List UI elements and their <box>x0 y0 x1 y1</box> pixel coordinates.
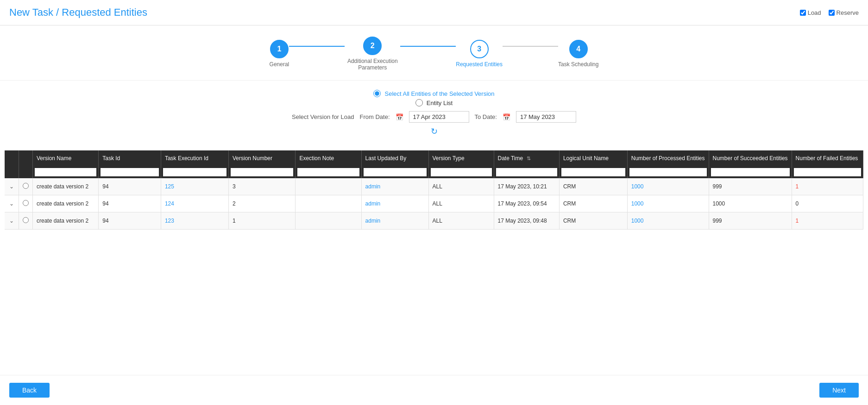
breadcrumb-new-task[interactable]: New Task <box>9 6 53 18</box>
select-all-radio[interactable] <box>373 90 381 97</box>
filter-expand <box>5 166 19 178</box>
refresh-icon[interactable]: ↻ <box>431 126 438 137</box>
row-date-time-0: 17 May 2023, 10:21 <box>494 178 559 195</box>
reserve-label: Reserve <box>837 9 859 16</box>
col-task-id: Task Id <box>99 150 161 166</box>
select-all-label[interactable]: Select All Entities of the Selected Vers… <box>384 90 494 97</box>
date-row: Select Version for Load From Date: 📅 To … <box>292 111 576 123</box>
entity-list-radio[interactable] <box>415 99 423 106</box>
filter-logical-unit-name-input[interactable] <box>561 168 625 176</box>
row-num-failed-1: 0 <box>792 195 863 212</box>
load-checkbox[interactable] <box>800 10 806 16</box>
row-last-updated-by-1[interactable]: admin <box>361 195 428 212</box>
select-version-label: Select Version for Load <box>292 113 354 120</box>
row-version-name-0: create data version 2 <box>33 178 99 195</box>
row-expand-2[interactable]: ⌄ <box>5 212 19 230</box>
load-checkbox-label[interactable]: Load <box>800 9 821 16</box>
row-task-id-1: 94 <box>99 195 161 212</box>
step-line-1 <box>289 46 345 47</box>
back-button[interactable]: Back <box>9 383 50 398</box>
filter-task-execution-id-input[interactable] <box>163 168 226 176</box>
row-date-time-2: 17 May 2023, 09:48 <box>494 212 559 230</box>
row-exection-note-0 <box>296 178 361 195</box>
row-radio-input-1[interactable] <box>23 200 29 206</box>
row-radio-2[interactable] <box>19 212 33 230</box>
table-row: ⌄ create data version 2 94 124 2 admin A… <box>5 195 863 212</box>
filter-exection-note-input[interactable] <box>297 168 359 176</box>
row-version-name-2: create data version 2 <box>33 212 99 230</box>
filter-date-time-input[interactable] <box>496 168 557 176</box>
breadcrumb-current: Requested Entities <box>62 6 147 18</box>
table-container: Version Name Task Id Task Execution Id V… <box>0 141 868 375</box>
row-task-execution-id-0[interactable]: 125 <box>161 178 228 195</box>
row-radio-input-2[interactable] <box>23 217 29 223</box>
row-logical-unit-name-1: CRM <box>559 195 627 212</box>
row-task-execution-id-1[interactable]: 124 <box>161 195 228 212</box>
row-last-updated-by-2[interactable]: admin <box>361 212 428 230</box>
from-date-input[interactable] <box>409 111 469 123</box>
col-date-time[interactable]: Date Time ⇅ <box>494 150 559 166</box>
from-date-label: From Date: <box>359 113 390 120</box>
entity-list-label[interactable]: Entity List <box>427 100 453 106</box>
step-4-circle: 4 <box>569 40 588 58</box>
options-area: Select All Entities of the Selected Vers… <box>0 81 868 141</box>
reserve-checkbox-label[interactable]: Reserve <box>829 9 859 16</box>
row-num-failed-0: 1 <box>792 178 863 195</box>
filter-num-succeeded <box>709 166 792 178</box>
filter-num-processed-input[interactable] <box>629 168 707 176</box>
filter-version-number <box>228 166 295 178</box>
row-version-name-1: create data version 2 <box>33 195 99 212</box>
row-task-id-0: 94 <box>99 178 161 195</box>
filter-version-number-input[interactable] <box>231 168 293 176</box>
row-radio-0[interactable] <box>19 178 33 195</box>
to-date-label: To Date: <box>475 113 497 120</box>
row-expand-1[interactable]: ⌄ <box>5 195 19 212</box>
filter-version-type-input[interactable] <box>431 168 492 176</box>
col-logical-unit-name: Logical Unit Name <box>559 150 627 166</box>
row-last-updated-by-0[interactable]: admin <box>361 178 428 195</box>
row-version-type-0: ALL <box>428 178 494 195</box>
reserve-checkbox[interactable] <box>829 10 835 16</box>
radio-row-2: Entity List <box>415 99 453 106</box>
table-row: ⌄ create data version 2 94 123 1 admin A… <box>5 212 863 230</box>
row-task-execution-id-2[interactable]: 123 <box>161 212 228 230</box>
filter-num-failed-input[interactable] <box>794 168 861 176</box>
header: New Task / Requested Entities Load Reser… <box>0 0 868 25</box>
col-task-execution-id: Task Execution Id <box>161 150 228 166</box>
col-num-processed: Number of Processed Entities <box>627 150 709 166</box>
step-3: 3 Requested Entities <box>456 40 503 68</box>
next-button[interactable]: Next <box>819 383 859 398</box>
filter-num-processed <box>627 166 709 178</box>
filter-logical-unit-name <box>559 166 627 178</box>
versions-table: Version Name Task Id Task Execution Id V… <box>5 150 863 230</box>
col-radio <box>19 150 33 166</box>
from-date-icon: 📅 <box>396 113 403 121</box>
to-date-input[interactable] <box>516 111 576 123</box>
row-num-processed-2[interactable]: 1000 <box>627 212 709 230</box>
expand-button-2[interactable]: ⌄ <box>8 218 15 224</box>
radio-row-1: Select All Entities of the Selected Vers… <box>373 90 494 97</box>
expand-button-0[interactable]: ⌄ <box>8 183 15 190</box>
filter-task-execution-id <box>161 166 228 178</box>
expand-button-1[interactable]: ⌄ <box>8 200 15 207</box>
filter-last-updated-by-input[interactable] <box>364 168 427 176</box>
step-3-label: Requested Entities <box>456 61 503 68</box>
row-num-processed-0[interactable]: 1000 <box>627 178 709 195</box>
filter-num-succeeded-input[interactable] <box>711 168 790 176</box>
table-filter-row <box>5 166 863 178</box>
header-controls: Load Reserve <box>800 9 859 16</box>
row-num-processed-1[interactable]: 1000 <box>627 195 709 212</box>
row-radio-1[interactable] <box>19 195 33 212</box>
row-radio-input-0[interactable] <box>23 183 29 189</box>
filter-version-name-input[interactable] <box>35 168 96 176</box>
row-date-time-1: 17 May 2023, 09:54 <box>494 195 559 212</box>
breadcrumb-separator: / <box>53 6 62 18</box>
filter-task-id-input[interactable] <box>101 168 159 176</box>
row-expand-0[interactable]: ⌄ <box>5 178 19 195</box>
filter-exection-note <box>296 166 361 178</box>
filter-last-updated-by <box>361 166 428 178</box>
row-version-number-2: 1 <box>228 212 295 230</box>
sort-icon: ⇅ <box>527 156 531 161</box>
filter-num-failed <box>792 166 863 178</box>
load-label: Load <box>808 9 821 16</box>
